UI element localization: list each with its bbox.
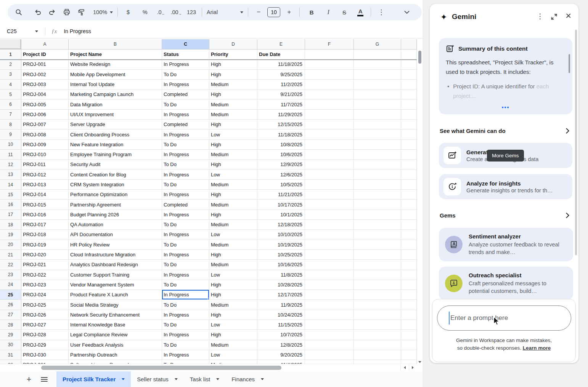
close-panel-button[interactable]: × [566,10,571,22]
cell-x10[interactable] [401,140,417,150]
bold-button[interactable]: B [306,6,317,18]
paint-format-button[interactable] [76,6,87,18]
panel-scrollbar-thumb[interactable] [575,30,577,255]
redo-button[interactable] [47,6,58,18]
cell-A16[interactable]: PROJ-015 [21,200,69,209]
cell-C7[interactable]: In Progress [162,110,209,120]
cell-D18[interactable]: Medium [209,220,257,230]
summary-card[interactable]: ✦ Summary of this content This spreadshe… [439,38,572,114]
cell-C28[interactable]: To Do [162,320,209,330]
cell-D28[interactable]: Low [209,320,257,330]
cell-G5[interactable] [354,90,401,99]
cell-A28[interactable]: PROJ-027 [21,320,69,330]
cell-C3[interactable]: To Do [162,70,209,80]
row-header-16[interactable]: 16 [0,200,21,209]
text-color-button[interactable]: A [355,6,366,18]
cell-D17[interactable]: High [209,210,257,220]
font-size-field[interactable]: 10 [267,6,280,18]
cell-D5[interactable]: High [209,90,257,99]
cell-C8[interactable]: Completed [162,120,209,130]
cell-A22[interactable]: PROJ-021 [21,260,69,270]
cell-F19[interactable] [305,230,354,240]
number-format-button[interactable]: 123 [186,6,197,18]
all-sheets-button[interactable] [37,371,52,387]
sheet-tab-seller-status[interactable]: Seller status [131,371,184,387]
cell-A5[interactable]: PROJ-004 [21,90,69,99]
cell-x5[interactable] [401,90,417,99]
cell-F12[interactable] [305,160,354,170]
cell-A1[interactable]: Project ID [21,50,69,59]
cell-E9[interactable]: 11/18/2025 [257,130,305,139]
sheet-tab-project-silk-tracker[interactable]: Project Silk Tracker [56,371,131,387]
cell-B21[interactable]: Cloud Infrastructure Migration [69,250,162,260]
cell-A19[interactable]: PROJ-018 [21,230,69,240]
cell-x1[interactable] [401,50,417,59]
cell-G21[interactable] [354,250,401,260]
cell-F32[interactable] [305,360,354,364]
cell-E4[interactable]: 11/2/2025 [257,80,305,90]
expand-panel-icon[interactable] [551,14,557,20]
sentiment-analyzer-card[interactable]: Sentiment analyzer Analyze customer feed… [439,228,573,261]
cell-E17[interactable]: 10/1/2025 [257,210,305,220]
cell-G9[interactable] [354,130,401,139]
cell-F18[interactable] [305,220,354,230]
cell-B28[interactable]: Internal Knowledge Base [69,320,162,330]
cell-A30[interactable]: PROJ-029 [21,340,69,350]
row-header-27[interactable]: 27 [0,310,21,320]
cell-A13[interactable]: PROJ-012 [21,170,69,180]
cell-E6[interactable]: 11/7/2025 [257,99,305,109]
scroll-down-button[interactable] [417,360,423,364]
horizontal-scrollbar[interactable] [0,364,417,371]
row-header-13[interactable]: 13 [0,170,21,180]
summary-scrollbar-thumb[interactable] [569,54,570,73]
gems-row[interactable]: Gems [440,210,569,220]
cell-A17[interactable]: PROJ-016 [21,210,69,220]
cell-x27[interactable] [401,310,417,320]
cell-E28[interactable]: 11/15/2025 [257,320,305,330]
cell-C9[interactable]: In Progress [162,130,209,139]
cell-F25[interactable] [305,290,354,300]
cell-C12[interactable]: To Do [162,160,209,170]
sheet-tab-finances[interactable]: Finances [225,371,270,387]
cell-D1[interactable]: Priority [209,50,257,59]
cell-A6[interactable]: PROJ-005 [21,99,69,109]
cell-G4[interactable] [354,80,401,90]
cell-A21[interactable]: PROJ-020 [21,250,69,260]
cell-x3[interactable] [401,70,417,80]
format-currency-button[interactable]: $ [122,6,134,18]
cell-B31[interactable]: Partnership Outreach [69,350,162,360]
cell-A20[interactable]: PROJ-019 [21,240,69,250]
cell-C16[interactable]: Completed [162,200,209,209]
cell-A15[interactable]: PROJ-014 [21,190,69,200]
cell-D2[interactable]: High [209,59,257,69]
column-header-F[interactable]: F [305,39,354,50]
cell-x4[interactable] [401,80,417,90]
row-header-5[interactable]: 5 [0,90,21,99]
cell-E29[interactable]: 10/7/2025 [257,330,305,340]
cell-E10[interactable]: 10/8/2025 [257,140,305,150]
cell-B24[interactable]: Vendor Management System [69,280,162,290]
cell-B22[interactable]: Analytics Dashboard Redesign [69,260,162,270]
cell-E22[interactable]: 10/16/2025 [257,260,305,270]
cell-F30[interactable] [305,340,354,350]
decrease-decimal-button[interactable]: .0← [155,6,167,18]
cell-E15[interactable]: 11/21/2025 [257,190,305,200]
cell-F16[interactable] [305,200,354,209]
row-header-8[interactable]: 8 [0,120,21,130]
cell-B29[interactable]: Legal Compliance Review [69,330,162,340]
zoom-select[interactable]: 100% [93,6,113,18]
cell-C32[interactable]: To Do [162,360,209,364]
cell-E31[interactable]: 9/20/2025 [257,350,305,360]
row-header-21[interactable]: 21 [0,250,21,260]
cell-E20[interactable]: 10/19/2025 [257,240,305,250]
cell-F1[interactable] [305,50,354,59]
cell-x21[interactable] [401,250,417,260]
print-button[interactable] [61,6,72,18]
cell-G28[interactable] [354,320,401,330]
cell-C13[interactable]: In Progress [162,170,209,180]
cell-F2[interactable] [305,59,354,69]
column-header-partial[interactable] [401,39,417,50]
row-header-15[interactable]: 15 [0,190,21,200]
analyze-insights-card[interactable]: ✦ Analyze for insights Generate insights… [439,174,572,199]
cell-x19[interactable] [401,230,417,240]
